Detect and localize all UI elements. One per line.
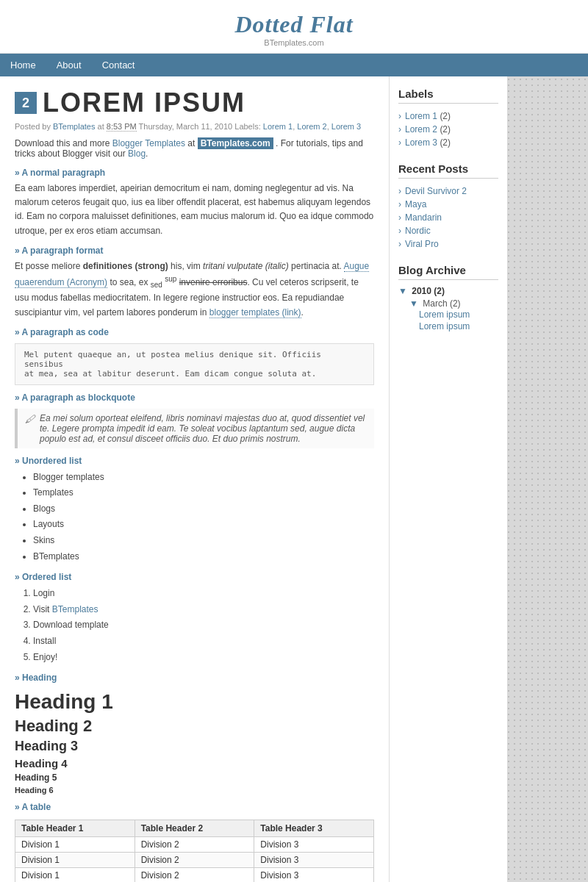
- h4-demo: Heading 4: [15, 757, 374, 770]
- recent-post-item[interactable]: › Viral Pro: [398, 237, 498, 251]
- table-header-2: Table Header 2: [135, 820, 254, 837]
- bullet-icon: ›: [398, 226, 401, 236]
- bullet-icon: ›: [398, 212, 401, 223]
- blog-link[interactable]: Blog: [128, 148, 146, 159]
- section-paragraph-code: » A paragraph as code: [15, 327, 374, 337]
- bullet-icon: ›: [398, 199, 401, 209]
- table-cell: Division 1: [15, 837, 135, 853]
- site-title: Dotted Flat: [0, 11, 588, 38]
- archive-section: Blog Archive ▼ 2010 (2) ▼ March (2) Lore…: [398, 264, 498, 332]
- headings-demo: Heading 1 Heading 2 Heading 3 Heading 4 …: [15, 690, 374, 795]
- label-2[interactable]: Lorem 2: [297, 122, 326, 131]
- site-subtitle: BTemplates.com: [0, 38, 588, 47]
- bullet-icon: ›: [398, 239, 401, 249]
- list-item: Templates: [33, 485, 374, 501]
- label-link[interactable]: Lorem 3: [405, 137, 437, 148]
- archive-month[interactable]: ▼ March (2): [409, 298, 498, 309]
- toggle-icon: ▼: [398, 286, 407, 296]
- list-item: BTemplates: [33, 549, 374, 565]
- table-cell: Division 3: [254, 868, 374, 882]
- recent-post-link[interactable]: Mandarin: [405, 212, 442, 223]
- nav-home[interactable]: Home: [0, 54, 46, 76]
- table-cell: Division 1: [15, 853, 135, 868]
- archive-year[interactable]: ▼ 2010 (2): [398, 286, 498, 296]
- section-normal-paragraph: » A normal paragraph: [15, 168, 374, 178]
- blogger-templates-link2[interactable]: blogger templates (link): [209, 307, 301, 318]
- post-title: LOREM IPSUM: [43, 87, 245, 118]
- bullet-icon: ›: [398, 186, 401, 196]
- btemplates-logo: BTemplates.com: [198, 137, 273, 149]
- section-unordered-list: » Unordered list: [15, 456, 374, 466]
- section-blockquote: » A paragraph as blockquote: [15, 392, 374, 403]
- list-item: Visit BTemplates: [33, 602, 374, 618]
- label-link[interactable]: Lorem 1: [405, 111, 437, 121]
- content-table: Table Header 1 Table Header 2 Table Head…: [15, 820, 374, 882]
- archive-post[interactable]: Lorem ipsum: [419, 320, 498, 332]
- label-item[interactable]: › Lorem 1 (2): [398, 110, 498, 123]
- unordered-list: Blogger templates Templates Blogs Layout…: [33, 470, 374, 565]
- section-heading-label: » Heading: [15, 673, 374, 683]
- table-header-3: Table Header 3: [254, 820, 374, 837]
- h6-demo: Heading 6: [15, 786, 374, 795]
- toggle-icon: ▼: [409, 298, 418, 309]
- list-item: Enjoy!: [33, 650, 374, 666]
- label-item[interactable]: › Lorem 2 (2): [398, 123, 498, 136]
- recent-post-link[interactable]: Viral Pro: [405, 239, 439, 249]
- table-cell: Division 2: [135, 868, 254, 882]
- download-line: Download this and more Blogger Templates…: [15, 138, 374, 159]
- list-item: Login: [33, 586, 374, 602]
- recent-post-item[interactable]: › Mandarin: [398, 211, 498, 224]
- h1-demo: Heading 1: [15, 690, 374, 714]
- labels-section: Labels › Lorem 1 (2) › Lorem 2 (2) › Lor…: [398, 87, 498, 149]
- paragraph-format-text: Et posse meliore definitiones (strong) h…: [15, 259, 374, 320]
- table-cell: Division 2: [135, 837, 254, 853]
- recent-post-link[interactable]: Devil Survivor 2: [405, 186, 467, 196]
- recent-post-link[interactable]: Maya: [405, 199, 426, 209]
- blockquote: 🖊 Ea mei solum oporteat eleifend, libris…: [15, 409, 374, 448]
- recent-posts-title: Recent Posts: [398, 162, 498, 179]
- table-section: Table Header 1 Table Header 2 Table Head…: [15, 820, 374, 882]
- blockquote-icon: 🖊: [25, 413, 35, 444]
- section-ordered-list: » Ordered list: [15, 572, 374, 582]
- normal-paragraph-text: Ea eam labores imperdiet, apeirian democ…: [15, 182, 374, 238]
- label-item[interactable]: › Lorem 3 (2): [398, 136, 498, 149]
- btemplates-ol-link[interactable]: BTemplates: [52, 604, 98, 614]
- author-link[interactable]: BTemplates: [53, 122, 95, 131]
- recent-post-item[interactable]: › Nordic: [398, 224, 498, 237]
- labels-title: Labels: [398, 87, 498, 104]
- label-1[interactable]: Lorem 1: [263, 122, 293, 131]
- archive-title: Blog Archive: [398, 264, 498, 280]
- recent-post-item[interactable]: › Devil Survivor 2: [398, 184, 498, 198]
- section-paragraph-format: » A paragraph format: [15, 245, 374, 256]
- table-cell: Division 2: [135, 853, 254, 868]
- bullet-icon: ›: [398, 137, 401, 148]
- list-item: Blogs: [33, 501, 374, 517]
- table-cell: Division 3: [254, 853, 374, 868]
- table-header-1: Table Header 1: [15, 820, 135, 837]
- list-item: Blogger templates: [33, 470, 374, 486]
- h2-demo: Heading 2: [15, 717, 374, 736]
- archive-post[interactable]: Lorem ipsum: [419, 309, 498, 320]
- list-item: Skins: [33, 533, 374, 549]
- h5-demo: Heading 5: [15, 772, 374, 783]
- bullet-icon: ›: [398, 111, 401, 121]
- post-meta: Posted by BTemplates at 8:53 PM Thursday…: [15, 122, 374, 131]
- list-item: Install: [33, 634, 374, 650]
- table-cell: Division 3: [254, 837, 374, 853]
- code-block: Mel putent quaeque an, ut postea melius …: [15, 343, 374, 385]
- nav-contact[interactable]: Contact: [92, 54, 146, 76]
- bullet-icon: ›: [398, 124, 401, 135]
- recent-post-item[interactable]: › Maya: [398, 198, 498, 211]
- label-3[interactable]: Lorem 3: [331, 122, 361, 131]
- list-item: Layouts: [33, 517, 374, 533]
- label-link[interactable]: Lorem 2: [405, 124, 437, 135]
- h3-demo: Heading 3: [15, 739, 374, 754]
- section-table-label: » A table: [15, 802, 374, 812]
- ordered-list: Login Visit BTemplates Download template…: [33, 586, 374, 665]
- post-number: 2: [15, 92, 37, 114]
- table-cell: Division 1: [15, 868, 135, 882]
- recent-post-link[interactable]: Nordic: [405, 226, 431, 236]
- blogger-templates-link[interactable]: Blogger Templates: [112, 138, 185, 148]
- nav-about[interactable]: About: [46, 54, 92, 76]
- list-item: Download template: [33, 617, 374, 634]
